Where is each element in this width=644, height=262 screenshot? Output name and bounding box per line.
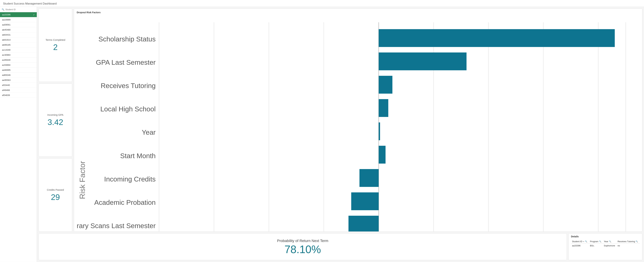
student-item[interactable]: aa16889 [0, 17, 37, 22]
terms-completed-card: Terms Completed 2 [38, 8, 72, 82]
student-item[interactable]: ab91914 [0, 37, 37, 42]
student-item[interactable]: aa59561 [0, 22, 37, 27]
col-year-label: Year [604, 240, 608, 243]
student-item[interactable]: af54839 [0, 93, 37, 98]
svg-text:Local High School: Local High School [100, 105, 156, 113]
cell-program: BSc. [589, 244, 603, 248]
student-item[interactable]: ae95563 [0, 78, 37, 83]
terms-completed-value: 2 [53, 43, 58, 52]
chart-title: Dropout Risk Factors [77, 11, 640, 14]
svg-text:Risk Factor: Risk Factor [78, 161, 86, 199]
svg-text:Receives Tutoring: Receives Tutoring [101, 82, 156, 90]
col-program-label: Program [590, 240, 598, 243]
sidebar: 🔍 aa33396✓aa16889aa59561ab45480ab64431ab… [0, 7, 37, 262]
student-item[interactable]: ab99185 [0, 42, 37, 47]
svg-text:Academic Probation: Academic Probation [94, 199, 156, 206]
probability-label: Probability of Return Next Term [277, 239, 328, 243]
student-item[interactable]: ac14349 [0, 47, 37, 52]
student-item[interactable]: af33440 [0, 83, 37, 88]
student-item[interactable]: aa33396✓ [0, 12, 37, 17]
filter-year-icon[interactable]: 🔍 [609, 240, 611, 243]
filter-student-id-icon[interactable]: 🔍 [585, 240, 587, 243]
probability-value: 78.10% [284, 244, 321, 255]
search-box[interactable]: 🔍 [0, 7, 37, 12]
svg-rect-13 [379, 52, 466, 70]
student-item[interactable]: ab45480 [0, 27, 37, 32]
details-panel: Details Student ID 🔍 [568, 233, 642, 260]
svg-rect-17 [379, 146, 386, 164]
chart-panel: Dropout Risk Factors Risk Factor [74, 8, 642, 232]
col-student-id-label: Student ID [572, 240, 582, 243]
details-title: Details [571, 235, 640, 238]
svg-rect-19 [351, 192, 379, 210]
cell-receives-tutoring: no [616, 244, 640, 248]
col-year: Year 🔍 [603, 240, 616, 244]
svg-rect-16 [379, 122, 380, 140]
student-item[interactable]: ab64431 [0, 32, 37, 37]
search-icon: 🔍 [2, 8, 4, 11]
svg-text:Incoming Credits: Incoming Credits [104, 175, 156, 183]
col-receives-tutoring: Receives Tutoring 🔍 [616, 240, 640, 244]
credits-passed-label: Credits Passed [47, 188, 64, 191]
col-program: Program 🔍 [589, 240, 603, 244]
student-item[interactable]: ac30983 [0, 52, 37, 57]
incoming-gpa-label: Incoming GPA [47, 113, 64, 116]
svg-text:Library Scans Last Semester: Library Scans Last Semester [77, 222, 156, 230]
filter-tutoring-icon[interactable]: 🔍 [636, 240, 638, 243]
terms-completed-label: Terms Completed [46, 38, 65, 41]
student-item[interactable]: ac93894 [0, 62, 37, 68]
svg-rect-12 [379, 29, 615, 47]
svg-text:Scholarship Status: Scholarship Status [98, 35, 156, 43]
svg-text:Start Month: Start Month [120, 152, 156, 160]
student-list: aa33396✓aa16889aa59561ab45480ab64431ab91… [0, 12, 37, 262]
cell-student-id: aa33396 [571, 244, 589, 248]
filter-program-icon[interactable]: 🔍 [599, 240, 601, 243]
col-student-id: Student ID 🔍 [571, 240, 589, 244]
app-title: Student Success Management Dashboard [0, 0, 644, 7]
probability-card: Probability of Return Next Term 78.10% [38, 233, 567, 260]
credits-passed-value: 29 [51, 193, 60, 202]
credits-passed-card: Credits Passed 29 [38, 158, 72, 232]
svg-rect-20 [348, 216, 379, 232]
incoming-gpa-card: Incoming GPA 3.42 [38, 83, 72, 157]
col-receives-tutoring-label: Receives Tutoring [618, 240, 635, 243]
details-table: Student ID 🔍 Program 🔍 [571, 240, 640, 248]
student-item[interactable]: ad46995 [0, 68, 37, 73]
table-row: aa33396 BSc. Sophomore no [571, 244, 640, 248]
sort-student-id-icon[interactable] [583, 241, 584, 242]
incoming-gpa-value: 3.42 [48, 118, 63, 127]
cell-year: Sophomore [603, 244, 616, 248]
student-item[interactable]: ad65046 [0, 73, 37, 78]
svg-text:Year: Year [142, 128, 156, 136]
stat-cards: Terms Completed 2 Incoming GPA 3.42 Cred… [38, 8, 72, 232]
svg-rect-14 [379, 76, 392, 94]
search-input[interactable] [5, 8, 35, 11]
svg-text:GPA Last Semester: GPA Last Semester [96, 58, 156, 66]
svg-rect-18 [360, 169, 379, 187]
student-item[interactable]: af49466 [0, 88, 37, 93]
svg-rect-15 [379, 99, 388, 117]
student-item[interactable]: ac85649 [0, 57, 37, 62]
